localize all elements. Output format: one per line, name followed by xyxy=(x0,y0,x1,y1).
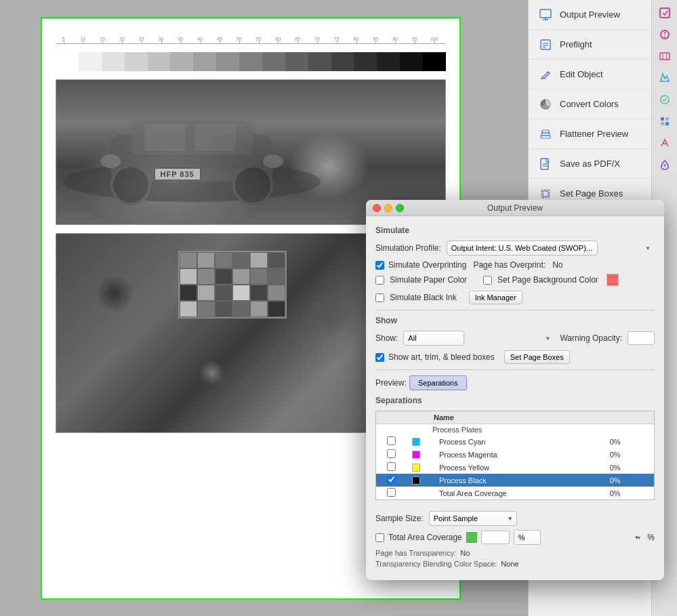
col-value xyxy=(599,411,654,424)
page-transparency-label: Page has Transparency: xyxy=(375,549,456,557)
row-check-cell xyxy=(376,461,401,474)
row-name-cell: Process Magenta xyxy=(428,448,599,461)
simulate-overprinting-checkbox[interactable] xyxy=(375,261,384,270)
coverage-value-input[interactable]: 302 xyxy=(481,531,510,544)
traffic-lights xyxy=(373,204,404,212)
sample-size-select-wrapper: Point Sample ▼ xyxy=(429,511,517,526)
sidebar-edit-object-label: Edit Object xyxy=(560,69,603,79)
strip-icon-8[interactable] xyxy=(655,155,675,175)
table-row[interactable]: Process Cyan0% xyxy=(376,435,654,448)
svg-point-34 xyxy=(664,36,665,37)
simulate-black-ink-label: Simulate Black Ink xyxy=(390,293,457,302)
total-area-coverage-label: Total Area Coverage xyxy=(388,533,462,542)
edit-icon xyxy=(538,67,553,82)
svg-rect-18 xyxy=(541,136,550,138)
svg-rect-9 xyxy=(540,9,551,18)
simulation-profile-select[interactable]: Output Intent: U.S. Web Coated (SWOP)... xyxy=(447,241,598,255)
sep-row-checkbox[interactable] xyxy=(387,475,396,484)
sep-row-checkbox[interactable] xyxy=(387,436,396,445)
sep-row-checkbox[interactable] xyxy=(387,462,396,471)
svg-point-4 xyxy=(234,166,272,204)
separations-section-header: Separations xyxy=(375,396,655,405)
svg-rect-20 xyxy=(542,130,549,133)
table-row[interactable]: Process Plates xyxy=(376,424,654,436)
preview-tabs: Preview: Separations xyxy=(375,375,655,390)
transparency-blend-label: Transparency Blending Color Space: xyxy=(375,560,497,568)
transparency-blend-value: None xyxy=(501,560,518,568)
close-button[interactable] xyxy=(373,204,381,212)
sidebar-item-convert-colors[interactable]: Convert Colors xyxy=(529,89,651,119)
bg-color-swatch[interactable] xyxy=(607,274,619,286)
preview-label: Preview: xyxy=(375,378,407,388)
row-name-cell: Total Area Coverage xyxy=(428,487,599,499)
sample-size-row: Sample Size: Point Sample ▼ xyxy=(375,511,655,526)
set-page-bg-color-checkbox[interactable] xyxy=(483,276,492,285)
strip-icon-5[interactable] xyxy=(655,89,675,110)
divider-1 xyxy=(375,310,655,310)
ink-manager-button[interactable]: Ink Manager xyxy=(469,291,522,304)
coverage-unit-select[interactable]: % xyxy=(514,530,541,545)
svg-rect-19 xyxy=(541,133,550,136)
black-ink-row: Simulate Black Ink Ink Manager xyxy=(375,291,655,304)
row-name-cell: Process Black xyxy=(428,474,599,487)
separations-tab-button[interactable]: Separations xyxy=(409,375,467,390)
table-row[interactable]: Process Yellow0% xyxy=(376,461,654,474)
warning-opacity-input[interactable]: 10 xyxy=(628,331,655,345)
strip-icon-3[interactable] xyxy=(655,46,675,66)
col-dot xyxy=(401,411,428,424)
color-dot xyxy=(412,451,420,459)
page-has-overprint-value: No xyxy=(552,260,562,270)
color-dot xyxy=(412,464,420,472)
paper-color-row: Simulate Paper Color Set Page Background… xyxy=(375,274,655,286)
sidebar-output-preview-label: Output Preview xyxy=(560,9,620,20)
row-value-cell: 0% xyxy=(599,474,654,487)
sep-row-checkbox[interactable] xyxy=(387,488,396,497)
svg-rect-31 xyxy=(660,8,670,18)
total-area-coverage-checkbox[interactable] xyxy=(375,533,384,542)
sidebar-set-page-boxes-label: Set Page Boxes xyxy=(560,188,623,199)
strip-icon-4[interactable] xyxy=(655,68,675,88)
row-color-cell xyxy=(401,474,428,487)
simulation-profile-row: Simulation Profile: Output Intent: U.S. … xyxy=(375,241,655,255)
row-color-cell xyxy=(401,424,428,436)
sidebar-item-preflight[interactable]: Preflight xyxy=(529,30,651,60)
page-transparency-row: Page has Transparency: No xyxy=(375,549,655,557)
simulate-section-header: Simulate xyxy=(375,226,655,235)
coverage-color-swatch[interactable] xyxy=(466,532,477,543)
transparency-blend-row: Transparency Blending Color Space: None xyxy=(375,560,655,568)
col-name: Name xyxy=(428,411,599,424)
sidebar-item-output-preview[interactable]: Output Preview xyxy=(529,0,651,30)
color-chart-overlay xyxy=(178,251,287,319)
coverage-percent-label: % xyxy=(647,533,655,542)
sidebar-save-pdfx-label: Save as PDF/X xyxy=(560,159,620,169)
strip-icon-1[interactable] xyxy=(655,3,675,23)
sidebar-preflight-label: Preflight xyxy=(560,39,592,49)
sample-size-select[interactable]: Point Sample xyxy=(429,511,517,526)
svg-rect-25 xyxy=(543,191,548,197)
strip-icon-2[interactable] xyxy=(655,24,675,45)
sidebar-item-edit-object[interactable]: Edit Object xyxy=(529,60,651,89)
sep-row-checkbox[interactable] xyxy=(387,449,396,458)
table-row[interactable]: Total Area Coverage0% xyxy=(376,487,654,499)
strip-icon-6[interactable] xyxy=(655,111,675,131)
svg-point-8 xyxy=(263,155,283,168)
sidebar-item-flattener-preview[interactable]: Flattener Preview xyxy=(529,119,651,149)
simulation-profile-label: Simulation Profile: xyxy=(375,243,441,253)
minimize-button[interactable] xyxy=(384,204,392,212)
separations-panel: Name Process PlatesProcess Cyan0%Process… xyxy=(375,411,655,500)
strip-icon-7[interactable] xyxy=(655,133,675,153)
maximize-button[interactable] xyxy=(396,204,404,212)
show-art-trim-checkbox[interactable] xyxy=(375,353,384,362)
row-value-cell: 0% xyxy=(599,448,654,461)
set-page-boxes-button[interactable]: Set Page Boxes xyxy=(504,350,570,364)
simulate-black-ink-checkbox[interactable] xyxy=(375,293,384,302)
show-select[interactable]: All xyxy=(403,331,464,346)
row-value-cell: 0% xyxy=(599,435,654,448)
show-row: Show: All Warning Opacity: 10 xyxy=(375,331,655,346)
table-row[interactable]: Process Magenta0% xyxy=(376,448,654,461)
row-color-cell xyxy=(401,448,428,461)
sidebar-item-save-pdfx[interactable]: Save as PDF/X xyxy=(529,149,651,179)
row-value-cell: 0% xyxy=(599,461,654,474)
simulate-paper-color-checkbox[interactable] xyxy=(375,276,384,285)
table-row[interactable]: Process Black0% xyxy=(376,474,654,487)
